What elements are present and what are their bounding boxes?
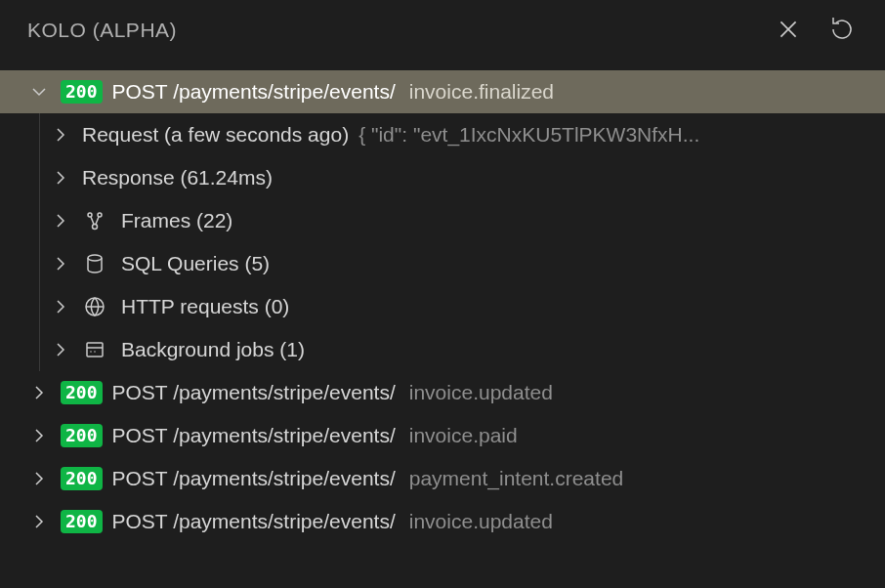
tree-guide [39,199,40,242]
close-icon [776,17,801,45]
request-entry[interactable]: 200 POST /payments/stripe/events/ invoic… [0,371,885,414]
event-name: invoice.paid [409,424,518,447]
child-label: Response (61.24ms) [82,166,273,189]
panel-title: KOLO (ALPHA) [27,19,177,42]
event-name: payment_intent.created [409,467,623,490]
request-line: POST /payments/stripe/events/ [112,467,396,490]
request-body-preview: { "id": "evt_1IxcNxKU5TlPKW3NfxH... [358,123,885,147]
database-icon [82,251,107,276]
tree-child-sql[interactable]: SQL Queries (5) [0,242,885,285]
globe-icon [82,294,107,319]
tree-guide [39,328,40,371]
status-badge: 200 [61,80,103,104]
request-entry[interactable]: 200 POST /payments/stripe/events/ invoic… [0,70,885,113]
tree-guide [39,285,40,328]
status-badge: 200 [61,510,103,533]
request-entry[interactable]: 200 POST /payments/stripe/events/ invoic… [0,414,885,457]
tree-guide [39,113,40,156]
chevron-right-icon[interactable] [49,166,72,189]
chevron-right-icon[interactable] [27,467,51,490]
event-name: invoice.updated [409,381,553,404]
chevron-right-icon[interactable] [49,123,72,147]
request-entry[interactable]: 200 POST /payments/stripe/events/ invoic… [0,500,885,543]
refresh-button[interactable] [826,14,858,48]
request-line: POST /payments/stripe/events/ [112,381,396,404]
close-button[interactable] [772,13,805,49]
child-label: HTTP requests (0) [121,295,289,318]
chevron-right-icon[interactable] [49,209,72,232]
event-name: invoice.finalized [409,80,554,104]
chevron-right-icon[interactable] [49,295,72,318]
chevron-right-icon[interactable] [27,381,51,404]
tree-child-response[interactable]: Response (61.24ms) [0,156,885,199]
tree-child-frames[interactable]: Frames (22) [0,199,885,242]
child-label: Frames (22) [121,209,232,232]
chevron-right-icon[interactable] [27,424,51,447]
chevron-right-icon[interactable] [49,338,72,361]
chevron-right-icon[interactable] [49,252,72,275]
chevron-down-icon[interactable] [27,80,51,104]
request-line: POST /payments/stripe/events/ [112,510,396,533]
tree-root: 200 POST /payments/stripe/events/ invoic… [0,66,885,543]
frames-icon [82,208,107,233]
request-entry[interactable]: 200 POST /payments/stripe/events/ paymen… [0,457,885,500]
tree-child-http[interactable]: HTTP requests (0) [0,285,885,328]
header-actions [772,13,858,49]
child-label: SQL Queries (5) [121,252,270,275]
status-badge: 200 [61,467,103,490]
chevron-right-icon[interactable] [27,510,51,533]
tree-child-jobs[interactable]: Background jobs (1) [0,328,885,371]
status-badge: 200 [61,424,103,447]
tree-child-request[interactable]: Request (a few seconds ago) { "id": "evt… [0,113,885,156]
status-badge: 200 [61,381,103,404]
child-label: Background jobs (1) [121,338,305,361]
refresh-icon [830,18,854,44]
request-line: POST /payments/stripe/events/ [112,424,396,447]
child-label: Request (a few seconds ago) [82,123,349,147]
tree-guide [39,156,40,199]
request-line: POST /payments/stripe/events/ [112,80,396,104]
tree-guide [39,242,40,285]
event-name: invoice.updated [409,510,553,533]
jobs-icon [82,337,107,362]
panel-header: KOLO (ALPHA) [0,0,885,66]
